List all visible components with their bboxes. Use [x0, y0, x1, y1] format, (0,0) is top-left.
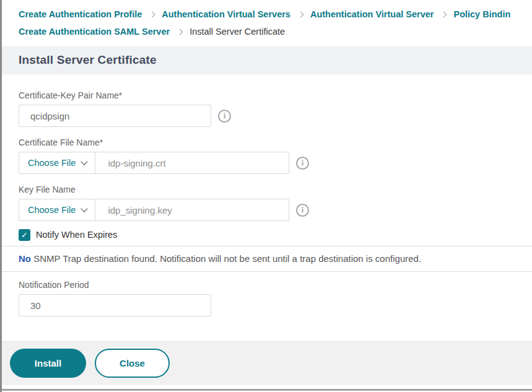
choose-file-label: Choose File [28, 205, 76, 215]
chevron-right-icon [177, 28, 183, 35]
breadcrumb-create-authentication-saml-server[interactable]: Create Authentication SAML Server [19, 27, 170, 37]
notification-period-group: Notification Period [19, 280, 532, 316]
info-icon[interactable]: i [296, 157, 309, 170]
chevron-down-icon [81, 205, 88, 212]
horizontal-scrollbar[interactable] [2, 389, 532, 391]
page-title-bar: Install Server Certificate [2, 46, 532, 74]
notify-when-expires-checkbox[interactable]: ✓ [19, 229, 30, 241]
snmp-notice-prefix: No [19, 253, 31, 264]
notify-when-expires-label: Notify When Expires [36, 230, 117, 240]
cert-key-pair-group: Certificate-Key Pair Name* i [19, 90, 532, 127]
breadcrumb-create-authentication-profile[interactable]: Create Authentication Profile [19, 9, 142, 19]
key-file-choose-button[interactable]: Choose File [19, 199, 95, 220]
info-icon[interactable]: i [296, 204, 309, 217]
info-icon[interactable]: i [218, 110, 231, 123]
breadcrumb-install-server-certificate: Install Server Certificate [190, 27, 285, 37]
chevron-right-icon [149, 11, 155, 17]
notification-period-input[interactable] [19, 294, 211, 316]
notify-when-expires-row: ✓ Notify When Expires [19, 229, 532, 241]
notification-period-label: Notification Period [19, 280, 532, 290]
install-certificate-form: Certificate-Key Pair Name* i Certificate… [2, 74, 532, 316]
breadcrumb: Create Authentication Profile Authentica… [2, 0, 532, 40]
close-button[interactable]: Close [95, 349, 170, 378]
cert-file-name-input[interactable] [95, 152, 289, 173]
cert-key-pair-input[interactable] [19, 105, 211, 127]
key-file-name-input[interactable] [95, 199, 289, 220]
breadcrumb-authentication-virtual-server[interactable]: Authentication Virtual Server [310, 9, 434, 19]
chevron-down-icon [81, 158, 88, 165]
choose-file-label: Choose File [28, 158, 76, 168]
key-file-control: Choose File [19, 199, 289, 221]
breadcrumb-authentication-virtual-servers[interactable]: Authentication Virtual Servers [162, 9, 290, 19]
key-file-group: Key File Name Choose File i [19, 185, 532, 221]
snmp-trap-notice: No SNMP Trap destination found. Notifica… [2, 246, 532, 271]
chevron-right-icon [297, 11, 303, 17]
install-button[interactable]: Install [10, 349, 86, 378]
install-server-certificate-panel: { "breadcrumb": { "line1": [ { "label": … [0, 0, 532, 392]
cert-file-group: Certificate File Name* Choose File i [19, 137, 532, 174]
cert-file-control: Choose File [19, 152, 289, 174]
breadcrumb-line-1: Create Authentication Profile Authentica… [19, 6, 532, 23]
chevron-right-icon [441, 11, 447, 17]
footer-action-bar: Install Close [2, 341, 532, 385]
cert-file-label: Certificate File Name* [19, 137, 532, 147]
key-file-label: Key File Name [19, 185, 532, 194]
cert-file-choose-button[interactable]: Choose File [19, 152, 95, 173]
breadcrumb-policy-binding[interactable]: Policy Bindin [453, 9, 510, 19]
snmp-notice-text: SNMP Trap destination found. Notificatio… [31, 253, 421, 264]
cert-key-pair-label: Certificate-Key Pair Name* [19, 90, 532, 100]
breadcrumb-line-2: Create Authentication SAML Server Instal… [19, 23, 532, 40]
page-title: Install Server Certificate [19, 53, 157, 67]
